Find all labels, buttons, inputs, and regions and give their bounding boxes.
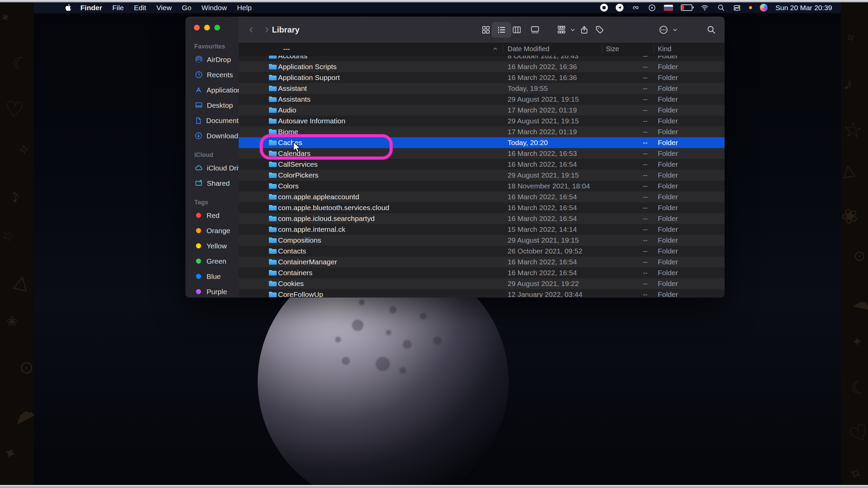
sidebar-item-applications[interactable]: Applications xyxy=(189,82,236,98)
date-modified: 29 August 2021, 19:22 xyxy=(508,278,579,289)
tags-button[interactable] xyxy=(593,17,606,43)
sidebar-item-downloads[interactable]: Downloads xyxy=(189,128,236,143)
file-row-application-support[interactable]: Application Support16 March 2022, 16:36-… xyxy=(239,72,725,83)
control-center-icon[interactable] xyxy=(733,4,741,12)
sidebar-item-red[interactable]: Red xyxy=(189,208,236,223)
menu-item-edit[interactable]: Edit xyxy=(129,4,151,12)
menu-item-view[interactable]: View xyxy=(151,4,177,12)
sidebar-item-yellow[interactable]: Yellow xyxy=(189,238,236,253)
menu-item-file[interactable]: File xyxy=(107,4,129,12)
date-modified: 26 October 2021, 09:52 xyxy=(508,246,583,257)
tag-dot-icon xyxy=(196,259,201,264)
search-button[interactable] xyxy=(705,17,717,43)
file-name: com.apple.internal.ck xyxy=(278,224,345,235)
sidebar-item-icloud-drive[interactable]: iCloud Drive xyxy=(189,160,236,176)
file-row-colors[interactable]: Colors18 November 2021, 18:04--Folder xyxy=(239,181,725,191)
menu-item-help[interactable]: Help xyxy=(232,4,257,12)
date-modified: 29 August 2021, 19:15 xyxy=(508,116,579,126)
sort-ascending-icon[interactable] xyxy=(492,43,498,55)
file-row-com-apple-internal-ck[interactable]: com.apple.internal.ck15 March 2022, 14:1… xyxy=(239,224,725,235)
sidebar-item-green[interactable]: Green xyxy=(189,253,236,269)
file-row-autosave-information[interactable]: Autosave Information29 August 2021, 19:1… xyxy=(239,116,725,126)
battery-low-icon[interactable] xyxy=(681,4,692,12)
adobe-creative-cloud-icon[interactable] xyxy=(631,4,640,12)
doodle-icon: ✦ xyxy=(0,8,14,27)
file-row-com-apple-icloud-searchpartyd[interactable]: com.apple.icloud.searchpartyd16 March 20… xyxy=(239,213,725,224)
telegram-icon[interactable] xyxy=(616,4,624,12)
group-button[interactable] xyxy=(555,17,568,43)
date-modified: 12 January 2022, 03:44 xyxy=(508,289,583,298)
file-row-audio[interactable]: Audio17 March 2022, 01:19--Folder xyxy=(239,105,725,116)
menu-bar-clock[interactable]: Sun 20 Mar 20:39 xyxy=(775,4,832,12)
sidebar-item-orange[interactable]: Orange xyxy=(189,223,236,238)
column-header-name[interactable]: --- xyxy=(283,43,290,55)
file-row-callservices[interactable]: CallServices16 March 2022, 16:54--Folder xyxy=(239,159,725,170)
file-kind: Folder xyxy=(658,181,678,191)
file-row-assistant[interactable]: AssistantToday, 19:55--Folder xyxy=(239,83,725,94)
file-row-cookies[interactable]: Cookies29 August 2021, 19:22--Folder xyxy=(239,278,725,289)
file-row-application-scripts[interactable]: Application Scripts16 March 2022, 16:36-… xyxy=(239,61,725,72)
file-row-compositions[interactable]: Compositions29 August 2021, 19:15--Folde… xyxy=(239,235,725,246)
sidebar-item-blue[interactable]: Blue xyxy=(189,269,236,284)
doodle-icon: ♡ xyxy=(4,96,25,123)
sidebar-item-shared[interactable]: Shared xyxy=(189,176,236,191)
more-actions-button[interactable] xyxy=(657,17,670,43)
doodle-icon: ✦ xyxy=(852,334,863,350)
column-divider[interactable] xyxy=(654,45,654,53)
file-row-com-apple-appleaccountd[interactable]: com.apple.appleaccountd16 March 2022, 16… xyxy=(239,191,725,202)
folder-icon xyxy=(269,83,277,94)
file-row-contacts[interactable]: Contacts26 October 2021, 09:52--Folder xyxy=(239,246,725,257)
file-row-containers[interactable]: Containers16 March 2022, 16:54--Folder xyxy=(239,267,725,278)
column-divider[interactable] xyxy=(503,45,503,53)
menu-item-finder[interactable]: Finder xyxy=(75,4,107,12)
file-row-com-apple-bluetooth-services-cloud[interactable]: com.apple.bluetooth.services.cloud16 Mar… xyxy=(239,202,725,213)
status-icons xyxy=(600,4,768,12)
date-modified: 17 March 2022, 01:19 xyxy=(508,105,577,116)
file-list: Accounts8 October 2021, 20:43--FolderApp… xyxy=(239,56,725,298)
list-view-button[interactable] xyxy=(496,17,507,43)
close-button[interactable] xyxy=(194,25,200,30)
group-chevron-down-icon[interactable] xyxy=(569,17,576,43)
file-row-containermanager[interactable]: ContainerManager16 March 2022, 16:54--Fo… xyxy=(239,257,725,267)
sidebar-item-documents[interactable]: Documents xyxy=(189,113,236,128)
sidebar-item-recents[interactable]: Recents xyxy=(189,67,236,82)
sidebar-item-desktop[interactable]: Desktop xyxy=(189,98,236,113)
file-kind: Folder xyxy=(658,170,678,181)
share-button[interactable] xyxy=(578,17,590,43)
file-row-corefollowup[interactable]: CoreFollowUp12 January 2022, 03:44--Fold… xyxy=(239,289,725,298)
folder-icon xyxy=(269,181,277,191)
gallery-view-button[interactable] xyxy=(529,17,541,43)
column-header-kind[interactable]: Kind xyxy=(658,43,671,55)
back-button[interactable] xyxy=(245,17,257,43)
file-row-accounts[interactable]: Accounts8 October 2021, 20:43--Folder xyxy=(239,56,725,61)
sidebar-item-purple[interactable]: Purple xyxy=(189,284,236,298)
file-row-colorpickers[interactable]: ColorPickers29 August 2021, 19:15--Folde… xyxy=(239,170,725,181)
date-modified: 8 October 2021, 20:43 xyxy=(508,56,578,61)
column-divider[interactable] xyxy=(602,45,602,53)
forward-button[interactable] xyxy=(261,17,273,43)
date-modified: 16 March 2022, 16:36 xyxy=(508,72,577,83)
menu-item-go[interactable]: Go xyxy=(177,4,196,12)
column-header-size[interactable]: Size xyxy=(606,43,619,55)
sidebar-item-airdrop[interactable]: AirDrop xyxy=(189,52,236,67)
column-view-button[interactable] xyxy=(511,17,522,43)
menu-item-window[interactable]: Window xyxy=(196,4,232,12)
input-language-flag-ru-icon[interactable] xyxy=(664,4,673,12)
wifi-icon[interactable] xyxy=(700,4,709,12)
screen-recording-stop-icon[interactable] xyxy=(600,4,608,12)
icon-view-button[interactable] xyxy=(480,17,492,43)
column-headers: --- Date Modified Size Kind xyxy=(239,43,725,56)
siri-icon[interactable] xyxy=(760,4,768,12)
file-row-assistants[interactable]: Assistants29 August 2021, 19:15--Folder xyxy=(239,94,725,105)
date-modified: 16 March 2022, 16:54 xyxy=(508,213,577,224)
doodle-icon: ❀ xyxy=(6,314,18,329)
more-chevron-down-icon[interactable] xyxy=(671,17,679,43)
zoom-button[interactable] xyxy=(214,25,220,30)
spotlight-search-icon[interactable] xyxy=(717,4,725,12)
folder-icon xyxy=(269,202,277,213)
play-circle-icon[interactable] xyxy=(648,4,656,12)
apple-menu[interactable] xyxy=(65,4,75,11)
notification-dot-icon[interactable] xyxy=(749,4,752,12)
minimize-button[interactable] xyxy=(204,25,210,30)
column-header-date-modified[interactable]: Date Modified xyxy=(508,43,549,55)
